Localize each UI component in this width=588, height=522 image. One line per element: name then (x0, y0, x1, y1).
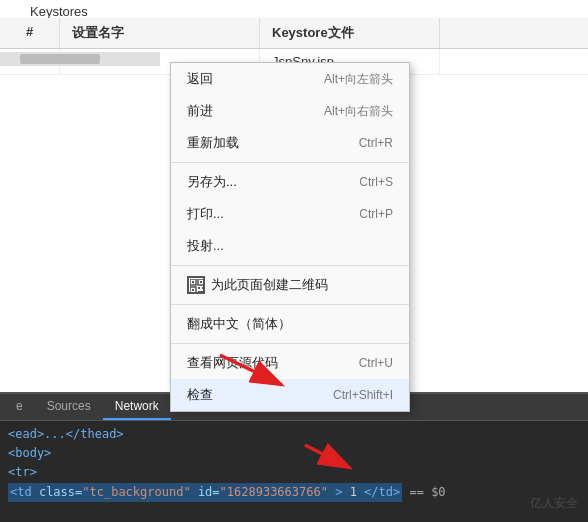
menu-label-inspect: 检查 (187, 386, 213, 404)
menu-label-forward: 前进 (187, 102, 213, 120)
code-line-thead: <ead>...</thead> (8, 425, 580, 444)
menu-shortcut-inspect: Ctrl+Shift+I (333, 388, 393, 402)
menu-label-translate: 翻成中文（简体） (187, 315, 291, 333)
code-line-tr: <tr> (8, 463, 580, 482)
menu-item-inspect[interactable]: 检查 Ctrl+Shift+I (171, 379, 409, 411)
menu-label-print: 打印... (187, 205, 224, 223)
col-header-num: # (0, 18, 60, 48)
menu-item-forward[interactable]: 前进 Alt+向右箭头 (171, 95, 409, 127)
menu-label-back: 返回 (187, 70, 213, 88)
menu-shortcut-reload: Ctrl+R (359, 136, 393, 150)
menu-item-saveas[interactable]: 另存为... Ctrl+S (171, 166, 409, 198)
menu-shortcut-print: Ctrl+P (359, 207, 393, 221)
svg-rect-7 (202, 287, 204, 289)
svg-rect-8 (198, 291, 204, 293)
menu-item-cast[interactable]: 投射... (171, 230, 409, 262)
svg-rect-5 (192, 289, 194, 291)
menu-divider-4 (171, 343, 409, 344)
svg-rect-1 (192, 281, 194, 283)
tab-elements[interactable]: e (4, 394, 35, 420)
scrollbar-thumb[interactable] (20, 54, 100, 64)
menu-divider-1 (171, 162, 409, 163)
menu-shortcut-saveas: Ctrl+S (359, 175, 393, 189)
svg-rect-3 (200, 281, 202, 283)
svg-rect-6 (198, 287, 200, 289)
watermark: 亿人安全 (530, 495, 578, 512)
menu-item-translate[interactable]: 翻成中文（简体） (171, 308, 409, 340)
menu-item-print[interactable]: 打印... Ctrl+P (171, 198, 409, 230)
menu-shortcut-back: Alt+向左箭头 (324, 71, 393, 88)
tab-network[interactable]: Network (103, 394, 171, 420)
menu-shortcut-viewsource: Ctrl+U (359, 356, 393, 370)
code-line-td[interactable]: <td class="tc_background" id="1628933663… (8, 483, 580, 502)
menu-divider-2 (171, 265, 409, 266)
menu-item-back[interactable]: 返回 Alt+向左箭头 (171, 63, 409, 95)
qrcode-icon (187, 276, 205, 294)
menu-label-saveas: 另存为... (187, 173, 237, 191)
menu-shortcut-forward: Alt+向右箭头 (324, 103, 393, 120)
devtools-content: <ead>...</thead> <body> <tr> <td class="… (0, 421, 588, 506)
tab-sources[interactable]: Sources (35, 394, 103, 420)
menu-divider-3 (171, 304, 409, 305)
menu-label-qrcode: 为此页面创建二维码 (211, 276, 328, 294)
menu-label-cast: 投射... (187, 237, 224, 255)
code-line-body: <body> (8, 444, 580, 463)
context-menu: 返回 Alt+向左箭头 前进 Alt+向右箭头 重新加载 Ctrl+R 另存为.… (170, 62, 410, 412)
menu-item-viewsource[interactable]: 查看网页源代码 Ctrl+U (171, 347, 409, 379)
menu-label-reload: 重新加载 (187, 134, 239, 152)
scrollbar-area[interactable] (0, 52, 160, 66)
menu-label-viewsource: 查看网页源代码 (187, 354, 278, 372)
col-header-file: Keystore文件 (260, 18, 440, 48)
menu-item-qrcode[interactable]: 为此页面创建二维码 (171, 269, 409, 301)
menu-item-reload[interactable]: 重新加载 Ctrl+R (171, 127, 409, 159)
table-header: # 设置名字 Keystore文件 (0, 18, 588, 49)
col-header-name: 设置名字 (60, 18, 260, 48)
